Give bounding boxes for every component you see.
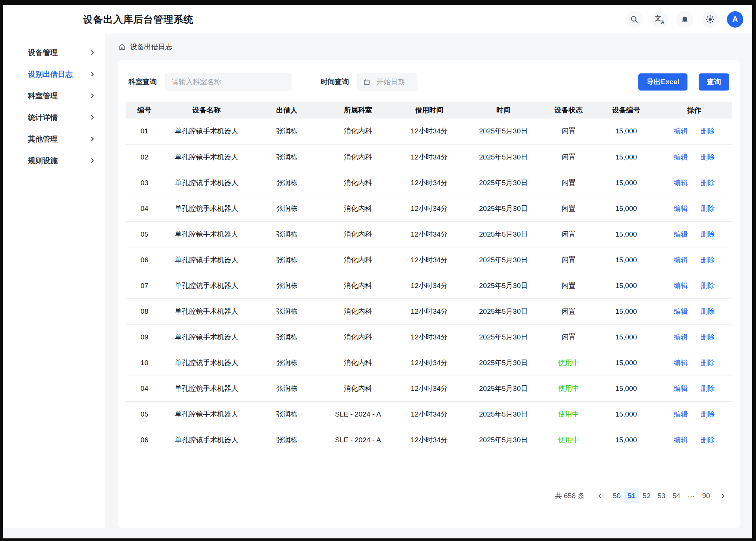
sidebar-item-5[interactable]: 其他管理 <box>3 128 105 150</box>
row-no: 04 <box>126 196 163 221</box>
status-badge: 闲置 <box>541 144 595 170</box>
column-header: 出借人 <box>251 102 323 118</box>
dept-search-input[interactable] <box>165 73 292 91</box>
device-code: 15,000 <box>596 118 657 144</box>
delete-link[interactable]: 删除 <box>701 333 715 341</box>
sidebar-item-3[interactable]: 科室管理 <box>3 85 105 107</box>
table-header-row: 编号设备名称出借人所属科室借用时间时间设备状态设备编号操作 <box>126 102 732 118</box>
sidebar-item-label: 统计详情 <box>28 113 58 123</box>
pagination-page-90[interactable]: 90 <box>699 488 714 503</box>
row-no: 05 <box>126 401 163 427</box>
edit-link[interactable]: 编辑 <box>674 333 688 341</box>
theme-button[interactable] <box>702 11 719 28</box>
edit-link[interactable]: 编辑 <box>674 282 688 290</box>
actions-cell: 编辑删除 <box>657 118 732 144</box>
department: 消化内科 <box>323 196 393 221</box>
table-body: 01单孔腔镜手术机器人张润栋消化内科12小时34分2025年5月30日闲置15,… <box>126 118 732 453</box>
chevron-right-icon <box>90 158 95 163</box>
edit-link[interactable]: 编辑 <box>674 359 688 367</box>
search-button[interactable] <box>626 11 643 28</box>
avatar[interactable]: A <box>727 11 743 28</box>
borrow-duration: 12小时34分 <box>393 170 466 196</box>
delete-link[interactable]: 删除 <box>701 436 715 444</box>
delete-link[interactable]: 删除 <box>701 410 715 418</box>
brightness-icon <box>705 15 715 24</box>
borrow-date: 2025年5月30日 <box>466 221 541 247</box>
department: 消化内科 <box>323 144 393 170</box>
column-header: 设备状态 <box>541 102 595 118</box>
lender: 张润栋 <box>251 401 323 427</box>
pagination-page-52[interactable]: 52 <box>639 488 654 503</box>
edit-link[interactable]: 编辑 <box>674 230 688 238</box>
delete-link[interactable]: 删除 <box>701 307 715 315</box>
borrow-duration: 12小时34分 <box>393 324 466 350</box>
row-no: 08 <box>126 298 163 324</box>
device-code: 15,000 <box>596 247 657 273</box>
department: 消化内科 <box>323 118 393 144</box>
actions-cell: 编辑删除 <box>657 273 732 298</box>
edit-link[interactable]: 编辑 <box>674 179 688 187</box>
actions-cell: 编辑删除 <box>657 298 732 324</box>
sidebar-item-2[interactable]: 设别出借日志 <box>3 63 105 85</box>
table-row: 05单孔腔镜手术机器人张润栋消化内科12小时34分2025年5月30日闲置15,… <box>126 221 732 247</box>
pagination-ellipsis[interactable]: ··· <box>684 488 699 503</box>
borrow-date: 2025年5月30日 <box>466 118 541 144</box>
chevron-right-icon <box>90 50 95 55</box>
loan-log-table: 编号设备名称出借人所属科室借用时间时间设备状态设备编号操作 01单孔腔镜手术机器… <box>126 102 732 453</box>
column-header: 设备编号 <box>596 102 657 118</box>
delete-link[interactable]: 删除 <box>701 359 715 367</box>
sidebar-item-6[interactable]: 规则设施 <box>3 150 105 171</box>
language-button[interactable]: 文A <box>651 11 668 28</box>
edit-link[interactable]: 编辑 <box>674 385 688 392</box>
sidebar-item-4[interactable]: 统计详情 <box>3 107 105 128</box>
pagination-page-54[interactable]: 54 <box>669 488 684 503</box>
pagination-page-50[interactable]: 50 <box>609 488 624 503</box>
edit-link[interactable]: 编辑 <box>674 307 688 315</box>
start-date-picker[interactable]: 开始日期 <box>357 73 417 91</box>
sidebar-item-1[interactable]: 设备管理 <box>3 42 105 63</box>
lender: 张润栋 <box>251 273 323 298</box>
top-header: 设备出入库后台管理系统 文A <box>3 5 752 34</box>
edit-link[interactable]: 编辑 <box>674 256 688 264</box>
notifications-button[interactable] <box>676 11 693 28</box>
export-excel-button[interactable]: 导出Excel <box>638 73 687 91</box>
device-code: 15,000 <box>596 401 657 427</box>
device-code: 15,000 <box>596 273 657 298</box>
delete-link[interactable]: 删除 <box>701 385 715 392</box>
chevron-right-icon <box>90 93 95 98</box>
pagination-page-51[interactable]: 51 <box>624 488 639 503</box>
delete-link[interactable]: 删除 <box>701 256 715 264</box>
edit-link[interactable]: 编辑 <box>674 436 688 444</box>
device-code: 15,000 <box>596 196 657 221</box>
pagination-prev-button[interactable] <box>593 489 607 503</box>
app-title: 设备出入库后台管理系统 <box>83 13 194 26</box>
edit-link[interactable]: 编辑 <box>674 410 688 418</box>
pagination-next-button[interactable] <box>716 489 730 503</box>
sidebar-item-label: 规则设施 <box>28 156 58 166</box>
breadcrumb[interactable]: 设备出借日志 <box>118 34 740 60</box>
device-name: 单孔腔镜手术机器人 <box>163 401 251 427</box>
row-no: 05 <box>126 221 163 247</box>
lender: 张润栋 <box>251 144 323 170</box>
column-header: 设备名称 <box>163 102 251 118</box>
delete-link[interactable]: 删除 <box>701 205 715 212</box>
delete-link[interactable]: 删除 <box>701 282 715 290</box>
bell-icon <box>680 15 689 24</box>
row-no: 10 <box>126 350 163 376</box>
status-badge: 闲置 <box>541 170 595 196</box>
edit-link[interactable]: 编辑 <box>674 205 688 212</box>
delete-link[interactable]: 删除 <box>701 179 715 187</box>
status-badge: 闲置 <box>541 196 595 221</box>
delete-link[interactable]: 删除 <box>701 127 715 135</box>
edit-link[interactable]: 编辑 <box>674 153 688 161</box>
device-code: 15,000 <box>596 350 657 376</box>
pagination-page-53[interactable]: 53 <box>654 488 669 503</box>
header-actions: 文A <box>626 11 743 28</box>
query-button[interactable]: 查询 <box>699 73 729 91</box>
delete-link[interactable]: 删除 <box>701 230 715 238</box>
borrow-date: 2025年5月30日 <box>466 427 541 453</box>
borrow-date: 2025年5月30日 <box>466 273 541 298</box>
delete-link[interactable]: 删除 <box>701 153 715 161</box>
edit-link[interactable]: 编辑 <box>674 127 688 135</box>
sidebar-item-label: 其他管理 <box>28 134 58 144</box>
